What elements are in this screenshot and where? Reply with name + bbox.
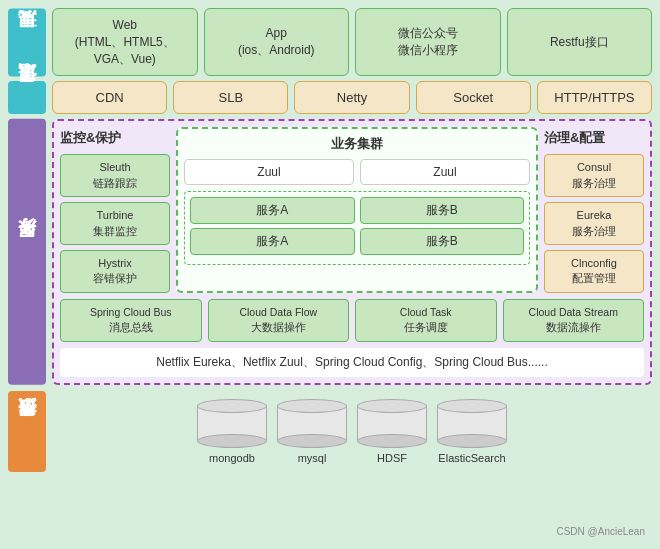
db-mysql: mysql <box>277 399 347 464</box>
watermark: CSDN @AncieLean <box>556 526 645 537</box>
zhili-eureka: Eureka服务治理 <box>544 202 644 245</box>
db-hdsf-label: HDSF <box>377 452 407 464</box>
xianxian-box-wechat: 微信公众号微信小程序 <box>355 8 501 76</box>
monitor-hystrix: Hystrix容错保护 <box>60 250 170 293</box>
bus-cloud-data-stream: Cloud Data Stream数据流操作 <box>503 299 645 343</box>
xianxian-label: 展现层 <box>8 8 46 76</box>
tongxun-layer: 通讯层 CDN SLB Netty Socket HTTP/HTTPS <box>8 81 652 114</box>
db-elasticsearch: ElasticSearch <box>437 399 507 464</box>
yewu-section: 业务集群 Zuul Zuul 服务A 服务B 服务A 服务B <box>176 127 538 292</box>
tongxun-cdn: CDN <box>52 81 167 114</box>
netflix-row: Netflix Eureka、Netflix Zuul、Spring Cloud… <box>60 348 644 377</box>
service-b-1: 服务B <box>360 197 525 224</box>
db-mongodb-cylinder <box>197 399 267 448</box>
fuwu-label: 服务层 <box>8 119 46 385</box>
db-hdsf: HDSF <box>357 399 427 464</box>
bus-row: Spring Cloud Bus消息总线 Cloud Data Flow大数据操… <box>60 299 644 343</box>
xianxian-layer: 展现层 Web(HTML、HTML5、VGA、Vue) App(ios、Andr… <box>8 8 652 76</box>
bus-spring-cloud-bus: Spring Cloud Bus消息总线 <box>60 299 202 343</box>
db-bottom <box>437 434 507 448</box>
service-a-1: 服务A <box>190 197 355 224</box>
service-b-2: 服务B <box>360 228 525 255</box>
zuul-box-1: Zuul <box>184 159 354 185</box>
bus-cloud-data-flow: Cloud Data Flow大数据操作 <box>208 299 350 343</box>
db-mysql-label: mysql <box>298 452 327 464</box>
zhili-clnconfig: Clnconfig配置管理 <box>544 250 644 293</box>
xianxian-box-app: App(ios、Android) <box>204 8 350 76</box>
xianxian-box-web: Web(HTML、HTML5、VGA、Vue) <box>52 8 198 76</box>
xianxian-box-restfu: Restfu接口 <box>507 8 653 76</box>
yewu-grid: 服务A 服务B 服务A 服务B <box>184 191 530 265</box>
tongxun-slb: SLB <box>173 81 288 114</box>
fuwu-content: 监控&保护 Sleuth链路跟踪 Turbine集群监控 Hystrix容错保护… <box>52 119 652 385</box>
bus-cloud-task: Cloud Task任务调度 <box>355 299 497 343</box>
db-elasticsearch-label: ElasticSearch <box>438 452 505 464</box>
yewu-title: 业务集群 <box>184 135 530 153</box>
tongxun-content: CDN SLB Netty Socket HTTP/HTTPS <box>52 81 652 114</box>
fuwu-top: 监控&保护 Sleuth链路跟踪 Turbine集群监控 Hystrix容错保护… <box>60 127 644 292</box>
yewu-row-1: 服务A 服务B <box>190 197 524 224</box>
zhili-section: 治理&配置 Consul服务治理 Eureka服务治理 Clnconfig配置管… <box>544 127 644 292</box>
shuju-content: mongodb mysql HDSF <box>52 391 652 472</box>
monitor-sleuth: Sleuth链路跟踪 <box>60 154 170 197</box>
shuju-label: 数据层 <box>8 391 46 472</box>
monitor-section: 监控&保护 Sleuth链路跟踪 Turbine集群监控 Hystrix容错保护 <box>60 127 170 292</box>
service-a-2: 服务A <box>190 228 355 255</box>
zhili-title: 治理&配置 <box>544 127 644 149</box>
yewu-row-2: 服务A 服务B <box>190 228 524 255</box>
db-elasticsearch-cylinder <box>437 399 507 448</box>
monitor-title: 监控&保护 <box>60 127 170 149</box>
db-bottom <box>197 434 267 448</box>
xianxian-content: Web(HTML、HTML5、VGA、Vue) App(ios、Android)… <box>52 8 652 76</box>
db-hdsf-cylinder <box>357 399 427 448</box>
shuju-layer: 数据层 mongodb mysql <box>8 391 652 472</box>
zuul-row: Zuul Zuul <box>184 159 530 185</box>
db-mysql-cylinder <box>277 399 347 448</box>
db-mongodb: mongodb <box>197 399 267 464</box>
zuul-box-2: Zuul <box>360 159 530 185</box>
tongxun-https: HTTP/HTTPS <box>537 81 652 114</box>
fuwu-layer: 服务层 监控&保护 Sleuth链路跟踪 Turbine集群监控 Hystrix… <box>8 119 652 385</box>
tongxun-socket: Socket <box>416 81 531 114</box>
tongxun-label: 通讯层 <box>8 81 46 114</box>
db-bottom <box>357 434 427 448</box>
db-bottom <box>277 434 347 448</box>
db-mongodb-label: mongodb <box>209 452 255 464</box>
zhili-consul: Consul服务治理 <box>544 154 644 197</box>
monitor-turbine: Turbine集群监控 <box>60 202 170 245</box>
tongxun-netty: Netty <box>294 81 409 114</box>
